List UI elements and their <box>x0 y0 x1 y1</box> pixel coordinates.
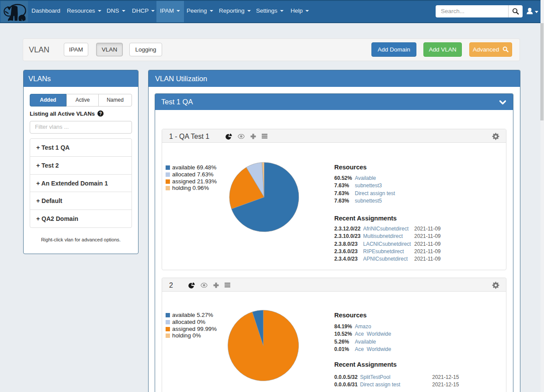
svg-text:?: ? <box>99 111 102 116</box>
